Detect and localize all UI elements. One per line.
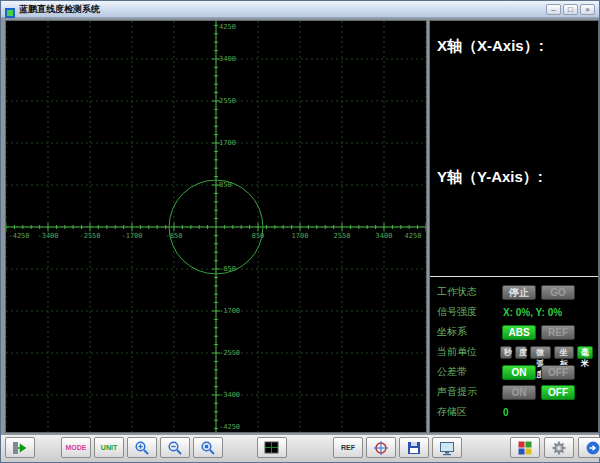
app-icon (5, 4, 15, 14)
gear-icon (551, 440, 567, 456)
svg-text:-850: -850 (219, 265, 236, 273)
current-unit-row: 当前单位 秒 度 微弧度 坐标值 毫米 (437, 342, 596, 362)
monitor-icon (439, 440, 455, 456)
zoom-fit-icon (200, 440, 216, 456)
sound-prompt-label: 声音提示 (437, 385, 497, 399)
coordinate-system-row: 坐标系 ABS REF (437, 322, 596, 342)
measurement-plot: -4250-4250-3400-3400-2550-2550-1700-1700… (5, 20, 427, 433)
target-icon (373, 440, 389, 456)
current-unit-label: 当前单位 (437, 345, 497, 359)
svg-text:4250: 4250 (405, 232, 422, 240)
titlebar: 蓝鹏直线度检测系统 – □ × (1, 1, 599, 18)
enter-icon (12, 440, 28, 456)
zoom-in-icon (134, 440, 150, 456)
exit-icon (585, 440, 600, 456)
app-window: 蓝鹏直线度检测系统 – □ × -4250-4250-3400-3400-255… (0, 0, 600, 463)
save-button[interactable] (399, 437, 429, 458)
storage-value: 0 (503, 407, 509, 418)
target-button[interactable] (366, 437, 396, 458)
colors-icon (517, 440, 533, 456)
svg-text:-850: -850 (166, 232, 183, 240)
save-icon (406, 440, 422, 456)
stop-button[interactable]: 停止 (502, 285, 536, 300)
axis-readout: X轴（X-Axis）: Y轴（Y-Axis）: (430, 21, 598, 277)
sound-prompt-row: 声音提示 ON OFF (437, 382, 596, 402)
svg-text:1700: 1700 (219, 139, 236, 147)
x-axis-readout-label: X轴（X-Axis）: (437, 37, 592, 56)
mode-button[interactable]: MODE (61, 437, 91, 458)
ref-button[interactable]: REF (333, 437, 363, 458)
svg-text:1700: 1700 (292, 232, 309, 240)
go-button[interactable]: GO (541, 285, 575, 300)
svg-text:-2550: -2550 (219, 349, 240, 357)
enter-button[interactable] (5, 437, 35, 458)
ref-coord-button[interactable]: REF (541, 325, 575, 340)
svg-text:-4250: -4250 (219, 423, 240, 431)
minimize-button[interactable]: – (546, 4, 561, 15)
exit-button[interactable] (578, 437, 600, 458)
zoom-out-icon (167, 440, 183, 456)
tolerance-off-button[interactable]: OFF (541, 365, 575, 380)
maximize-button[interactable]: □ (563, 4, 578, 15)
zoom-out-button[interactable] (160, 437, 190, 458)
zoom-fit-button[interactable] (193, 437, 223, 458)
unit-coordinate-button[interactable]: 坐标值 (554, 346, 574, 359)
plot-canvas: -4250-4250-3400-3400-2550-2550-1700-1700… (6, 21, 426, 432)
y-axis-readout-label: Y轴（Y-Axis）: (437, 168, 592, 187)
unit-button-label: UNIT (101, 444, 117, 451)
tolerance-on-button[interactable]: ON (502, 365, 536, 380)
svg-text:4250: 4250 (219, 23, 236, 31)
mode-button-label: MODE (66, 444, 87, 451)
close-button[interactable]: × (580, 4, 595, 15)
tolerance-band-row: 公差带 ON OFF (437, 362, 596, 382)
unit-second-button[interactable]: 秒 (500, 346, 512, 359)
svg-text:2550: 2550 (219, 97, 236, 105)
unit-degree-button[interactable]: 度 (515, 346, 527, 359)
sound-on-button[interactable]: ON (502, 385, 536, 400)
storage-row: 存储区 0 (437, 402, 596, 422)
svg-text:-2550: -2550 (79, 232, 100, 240)
display-button[interactable] (257, 437, 287, 458)
storage-label: 存储区 (437, 405, 497, 419)
signal-strength-value: X: 0%, Y: 0% (503, 307, 562, 318)
sound-off-button[interactable]: OFF (541, 385, 575, 400)
tolerance-band-label: 公差带 (437, 365, 497, 379)
abs-button[interactable]: ABS (502, 325, 536, 340)
display-icon (264, 440, 280, 456)
svg-text:-3400: -3400 (219, 391, 240, 399)
unit-microrad-button[interactable]: 微弧度 (530, 346, 550, 359)
window-title: 蓝鹏直线度检测系统 (19, 3, 100, 16)
signal-strength-row: 信号强度 X: 0%, Y: 0% (437, 302, 596, 322)
settings-button[interactable] (544, 437, 574, 458)
bottom-toolbar: MODEUNITREF (1, 434, 599, 462)
work-status-label: 工作状态 (437, 285, 497, 299)
svg-text:-4250: -4250 (8, 232, 29, 240)
unit-mm-button[interactable]: 毫米 (577, 346, 593, 359)
svg-text:-1700: -1700 (219, 307, 240, 315)
client-area: -4250-4250-3400-3400-2550-2550-1700-1700… (1, 18, 599, 434)
unit-button[interactable]: UNIT (94, 437, 124, 458)
svg-text:3400: 3400 (219, 55, 236, 63)
work-status-row: 工作状态 停止 GO (437, 282, 596, 302)
control-panel: 工作状态 停止 GO 信号强度 X: 0%, Y: 0% 坐标系 ABS (430, 277, 598, 432)
svg-text:-3400: -3400 (37, 232, 58, 240)
colors-button[interactable] (510, 437, 540, 458)
ref-button-label: REF (341, 444, 355, 451)
coordinate-system-label: 坐标系 (437, 325, 497, 339)
svg-text:-1700: -1700 (121, 232, 142, 240)
right-panel: X轴（X-Axis）: Y轴（Y-Axis）: 工作状态 停止 GO 信号强度 … (429, 20, 599, 433)
signal-strength-label: 信号强度 (437, 305, 497, 319)
svg-text:3400: 3400 (376, 232, 393, 240)
zoom-in-button[interactable] (127, 437, 157, 458)
monitor-button[interactable] (432, 437, 462, 458)
svg-text:2550: 2550 (334, 232, 351, 240)
